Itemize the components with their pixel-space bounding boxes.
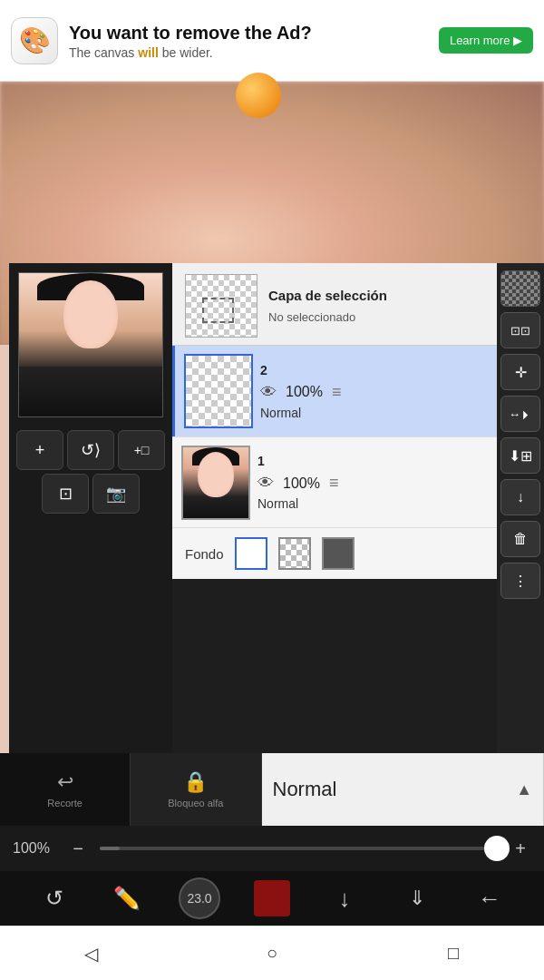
ad-subtitle-highlight: will <box>138 45 159 60</box>
layer-2-visibility-icon[interactable]: 👁 <box>260 383 277 402</box>
add-selection-button[interactable]: +□ <box>118 430 165 470</box>
zoom-plus-button[interactable]: + <box>510 838 531 859</box>
double-down-icon: ⇓ <box>409 887 425 910</box>
zoom-slider-fill <box>100 847 120 850</box>
brush-tool[interactable]: ✏️ <box>104 876 150 921</box>
ad-subtitle-text1: The canvas <box>69 45 138 60</box>
capa-thumbnail <box>185 274 257 338</box>
ad-title: You want to remove the Ad? <box>69 22 428 44</box>
delete-button[interactable]: 🗑 <box>500 521 540 557</box>
capa-title: Capa de selección <box>268 288 484 303</box>
ad-banner: 🎨 You want to remove the Ad? The canvas … <box>0 0 544 82</box>
layers-panel: + ↺⟩ +□ ⊡ 📷 Capa de selección No selecci… <box>9 263 544 826</box>
blend-mode-arrow-icon: ▲ <box>516 780 532 799</box>
orange-dot-decoration <box>236 73 281 118</box>
more-options-button[interactable]: ⋮ <box>500 563 540 599</box>
fondo-label: Fondo <box>185 546 224 562</box>
layer-1-row[interactable]: 1 👁 100% ≡ Normal <box>172 436 497 527</box>
layer-2-controls: 👁 100% ≡ <box>260 383 341 402</box>
flip-icon[interactable]: ↺⟩ <box>67 430 114 470</box>
preview-face <box>63 280 118 348</box>
ad-subtitle-text2: be wider. <box>159 45 213 60</box>
undo-tool[interactable]: ↺ <box>32 876 77 921</box>
nav-recents-button[interactable]: □ <box>426 934 481 974</box>
canvas-preview-thumbnail <box>18 272 163 417</box>
fondo-row: Fondo <box>172 527 497 579</box>
color-swatch[interactable] <box>249 876 295 921</box>
double-down-button[interactable]: ⇓ <box>394 876 440 921</box>
download-button[interactable]: ↓ <box>322 876 367 921</box>
layer-1-photo <box>183 447 248 518</box>
layer-2-thumbnail <box>184 354 253 428</box>
right-toolbar: ⊡⊡ ✛ ↔⏵ ⬇⊞ ↓ 🗑 ⋮ <box>497 263 544 826</box>
blend-mode-value: Normal <box>273 778 337 801</box>
zoom-percent-label: 100% <box>13 840 56 857</box>
ad-text-block: You want to remove the Ad? The canvas wi… <box>69 22 428 60</box>
bloqueo-alfa-button[interactable]: 🔒 Bloqueo alfa <box>131 753 261 826</box>
nav-home-button[interactable]: ○ <box>245 934 299 974</box>
back-button[interactable]: ← <box>467 876 512 921</box>
layer-1-controls: 👁 100% ≡ <box>257 474 338 493</box>
zoom-slider-track <box>100 847 499 850</box>
blend-mode-dropdown[interactable]: Normal ▲ <box>262 753 545 826</box>
background-color-transparent[interactable] <box>278 537 311 570</box>
zoom-slider-thumb[interactable] <box>484 836 510 861</box>
move-icon-button[interactable]: ✛ <box>500 354 540 390</box>
background-color-dark[interactable] <box>322 537 355 570</box>
down-arrow-button[interactable]: ↓ <box>500 479 540 515</box>
back-icon: ← <box>478 885 501 913</box>
layer-1-info: 1 👁 100% ≡ Normal <box>257 454 488 511</box>
layer-2-menu-icon[interactable]: ≡ <box>332 383 342 402</box>
add-layer-button[interactable]: + <box>16 430 63 470</box>
ad-learn-more-button[interactable]: Learn more ▶ <box>439 27 533 54</box>
brush-size-value: 23.0 <box>187 891 211 906</box>
download-icon: ↓ <box>339 885 351 913</box>
merge-down-button[interactable]: ⬇⊞ <box>500 437 540 474</box>
layer-2-info: 2 👁 100% ≡ Normal <box>260 363 488 420</box>
recorte-button[interactable]: ↩ Recorte <box>0 753 131 826</box>
layer-1-face <box>198 452 234 497</box>
nav-back-button[interactable]: ◁ <box>63 934 118 974</box>
layer-2-opacity: 100% <box>286 384 323 400</box>
checkerboard-button[interactable] <box>500 270 540 307</box>
preview-person <box>19 273 162 416</box>
flip-icon-button[interactable]: ↔⏵ <box>500 396 540 432</box>
canvas-tool-buttons: + ↺⟩ +□ ⊡ 📷 <box>9 423 172 521</box>
capa-labels: Capa de selección No seleccionado <box>257 288 484 324</box>
selection-box <box>202 298 234 323</box>
bloqueo-alfa-label: Bloqueo alfa <box>168 798 223 808</box>
layer-2-blend-mode: Normal <box>260 406 301 420</box>
ad-logo-icon: 🎨 <box>11 17 58 64</box>
nav-bar: ◁ ○ □ <box>0 926 544 980</box>
layer-1-visibility-icon[interactable]: 👁 <box>257 474 274 493</box>
layers-list: Capa de selección No seleccionado 2 👁 10… <box>172 263 497 826</box>
brush-size-indicator: 23.0 <box>179 877 220 919</box>
layer-1-opacity: 100% <box>283 475 320 492</box>
preview-body <box>19 367 162 416</box>
zoom-bar: 100% − + <box>0 826 544 871</box>
layer-1-number: 1 <box>257 454 265 468</box>
layer-1-thumbnail <box>181 446 250 520</box>
layer-2-row[interactable]: 2 👁 100% ≡ Normal <box>172 346 497 436</box>
recorte-icon: ↩ <box>57 770 73 794</box>
recorte-label: Recorte <box>47 798 83 808</box>
layer-2-number: 2 <box>260 363 267 377</box>
layer-1-blend-mode: Normal <box>257 496 298 511</box>
bloqueo-alfa-icon: 🔒 <box>183 770 208 794</box>
layer-2-checkered-bg <box>186 356 251 426</box>
capa-seleccion-header: Capa de selección No seleccionado <box>172 263 497 346</box>
tools-bar: ↺ ✏️ 23.0 ↓ ⇓ ← <box>0 871 544 926</box>
layout-icon-button[interactable]: ⊡⊡ <box>500 312 540 348</box>
capa-subtitle: No seleccionado <box>268 310 484 324</box>
camera-button[interactable]: 📷 <box>92 474 140 514</box>
left-panel: + ↺⟩ +□ ⊡ 📷 <box>9 263 172 826</box>
background-color-white[interactable] <box>235 537 267 570</box>
ad-subtitle: The canvas will be wider. <box>69 45 428 60</box>
layer-1-menu-icon[interactable]: ≡ <box>329 474 339 493</box>
mask-button[interactable]: ⊡ <box>42 474 89 514</box>
action-bar: ↩ Recorte 🔒 Bloqueo alfa Normal ▲ <box>0 753 544 826</box>
zoom-minus-button[interactable]: − <box>67 838 89 859</box>
brush-size-circle[interactable]: 23.0 <box>177 876 222 921</box>
active-color-swatch <box>254 880 290 916</box>
